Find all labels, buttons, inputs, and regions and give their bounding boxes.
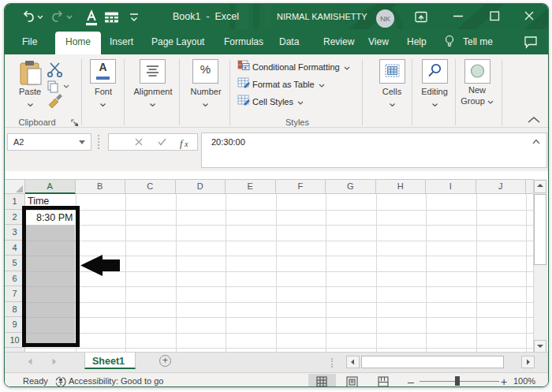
svg-text:x: x bbox=[184, 140, 188, 148]
